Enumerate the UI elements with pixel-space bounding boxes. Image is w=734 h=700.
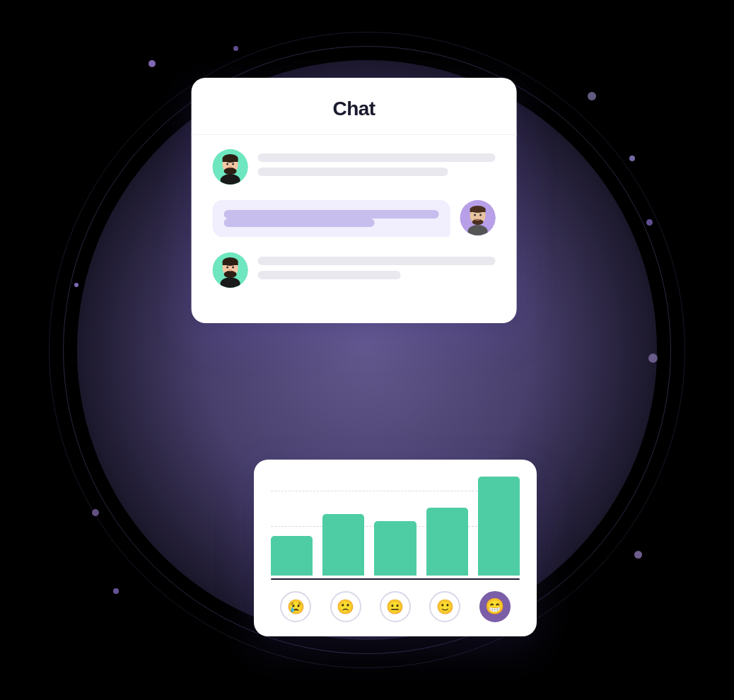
msg-bubble-2 (213, 200, 450, 237)
avatar-2 (460, 200, 496, 235)
msg-line-2b (224, 218, 375, 227)
chat-title: Chat (332, 98, 375, 119)
chat-messages (192, 135, 517, 295)
emoji-row[interactable]: 😢 🙁 😐 🙂 😁 (271, 591, 520, 622)
scatter-dot-8 (92, 509, 99, 516)
msg-lines-1 (258, 149, 496, 176)
chart-baseline (271, 578, 520, 581)
scatter-dot-4 (629, 156, 635, 161)
scatter-dot-9 (74, 283, 78, 287)
scatter-dot-10 (648, 354, 658, 363)
scatter-dot-7 (113, 588, 119, 594)
svg-rect-3 (223, 158, 238, 162)
bar-2 (322, 514, 364, 576)
emoji-sad[interactable]: 🙁 (330, 591, 361, 622)
scatter-dot-5 (646, 219, 653, 226)
bar-1 (271, 536, 313, 576)
message-row-3 (213, 252, 496, 288)
bar-5 (478, 477, 520, 576)
scatter-dot-2 (233, 46, 238, 51)
msg-line-3a (258, 257, 496, 265)
scatter-dot-3 (588, 92, 596, 100)
msg-line-1a (258, 153, 496, 162)
emoji-very-happy[interactable]: 😁 (479, 591, 511, 622)
scatter-dot-6 (634, 551, 642, 559)
chat-card: Chat (192, 78, 517, 323)
message-row-2 (213, 200, 496, 237)
bar-4 (426, 508, 468, 575)
chart-area (271, 477, 520, 576)
svg-point-22 (226, 267, 228, 269)
scatter-dot-1 (148, 60, 156, 67)
svg-point-21 (224, 271, 237, 278)
avatar-3 (213, 252, 248, 288)
svg-point-23 (232, 267, 234, 269)
chat-card-header: Chat (192, 78, 517, 135)
msg-line-2a (224, 210, 439, 218)
svg-point-24 (229, 269, 232, 272)
emoji-very-sad[interactable]: 😢 (280, 591, 311, 622)
chart-card: 😢 🙁 😐 🙂 😁 (254, 460, 537, 637)
emoji-happy[interactable]: 🙂 (429, 591, 460, 622)
svg-point-14 (474, 214, 476, 216)
msg-lines-3 (258, 252, 496, 279)
svg-rect-20 (223, 262, 238, 265)
svg-point-4 (224, 168, 237, 175)
emoji-neutral[interactable]: 😐 (380, 591, 411, 622)
msg-line-3b (258, 271, 401, 279)
bar-3 (374, 521, 416, 576)
scene: Chat (0, 0, 734, 700)
svg-rect-12 (470, 209, 486, 212)
svg-point-6 (232, 163, 234, 165)
svg-point-5 (226, 163, 228, 165)
msg-line-1b (258, 168, 448, 176)
message-row-1 (213, 149, 496, 185)
svg-point-7 (229, 166, 232, 168)
svg-point-15 (479, 214, 482, 216)
avatar-1 (213, 149, 248, 185)
